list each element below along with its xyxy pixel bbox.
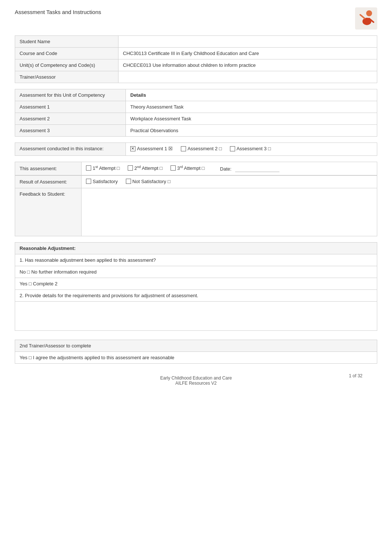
assessment-conducted-row: Assessment conducted in this instance: A… [15,143,377,156]
ra-title: Reasonable Adjustment: [15,242,377,254]
footer-page: 1 of 32 [349,373,362,378]
info-row-3: Trainer/Assessor [15,71,377,83]
svg-point-1 [366,10,372,16]
info-row-1: Course and CodeCHC30113 Certificate III … [15,48,377,59]
assessment-value-3: Practical Observations [126,125,377,137]
info-value-0[interactable] [118,36,377,48]
assessment-label-1: Assessment 1 [15,101,126,113]
not-satisfactory-option[interactable]: Not Satisfactory □ [126,179,171,184]
feedback-label: Feedback to Student: [15,188,82,236]
info-value-1: CHC30113 Certificate III in Early Childh… [118,48,377,59]
not-satisfactory-checkbox[interactable] [126,179,131,184]
date-value [235,166,279,172]
info-label-0: Student Name [15,36,118,48]
assessment3-option[interactable]: Assessment 3 □ [230,146,271,151]
ra-question2: 2. Provide details for the requirements … [15,289,377,301]
info-label-2: Unit(s) of Competency and Code(s) [15,59,118,71]
assessment2-label: Assessment 2 □ [188,146,222,151]
assessment1-label: Assessment 1 ☒ [137,146,173,151]
attempt1-option[interactable]: 1st Attempt □ [86,165,120,171]
page-title: Assessment Tasks and Instructions [15,7,101,15]
assessment-row-2: Assessment 2Workplace Assessment Task [15,113,377,125]
assessment-value-0: Details [126,89,377,101]
result-row: Result of Assessment: Satisfactory Not S… [15,175,377,188]
footer-line2: AILFE Resources V2 [15,381,377,386]
page-footer: Early Childhood Education and Care AILFE… [15,375,377,386]
assessment1-option[interactable]: Assessment 1 ☒ [130,146,173,151]
assessment-conducted-label: Assessment conducted in this instance: [15,143,126,156]
assessment1-checkbox[interactable] [130,146,135,151]
assessment2-checkbox[interactable] [181,146,186,151]
attempt2-label: 2nd Attempt □ [134,165,162,171]
attempt-label: This assessment: [15,162,82,175]
result-options: Satisfactory Not Satisfactory □ [82,175,377,188]
info-table: Student NameCourse and CodeCHC30113 Cert… [15,35,377,83]
assessment2-option[interactable]: Assessment 2 □ [181,146,222,151]
not-satisfactory-label: Not Satisfactory □ [133,179,171,184]
ra-yes-option: Yes □ Complete 2 [15,278,377,289]
attempt1-label: 1st Attempt □ [93,165,120,171]
assessment-value-2: Workplace Assessment Task [126,113,377,125]
assessment-label-3: Assessment 3 [15,125,126,137]
reasonable-adjustment-section: Reasonable Adjustment: 1. Has reasonable… [15,242,377,331]
ra-no-option: No □ No further information required [15,266,377,278]
trainer-agree-row: Yes □ I agree the adjustments applied to… [15,351,377,364]
info-label-3: Trainer/Assessor [15,71,118,83]
attempt-table: This assessment: 1st Attempt □ 2nd Attem… [15,162,377,175]
assessment-label-0: Assessment for this Unit of Competency [15,89,126,101]
ra-question1: 1. Has reasonable adjustment been applie… [15,254,377,266]
assessment3-label: Assessment 3 □ [237,146,271,151]
attempt3-checkbox[interactable] [171,165,176,171]
assessment3-checkbox[interactable] [230,146,235,151]
info-label-1: Course and Code [15,48,118,59]
attempt3-label: 3rd Attempt □ [177,165,204,171]
attempt1-checkbox[interactable] [86,165,91,171]
satisfactory-option[interactable]: Satisfactory [86,179,118,184]
ra-details-area[interactable] [15,301,377,331]
info-row-2: Unit(s) of Competency and Code(s)CHCECE0… [15,59,377,71]
result-feedback-table: Result of Assessment: Satisfactory Not S… [15,175,377,237]
attempt-options: 1st Attempt □ 2nd Attempt □ 3rd Attempt … [82,162,377,175]
feedback-content[interactable] [82,188,377,236]
header-logo [355,7,377,30]
footer-line1: Early Childhood Education and Care [15,375,377,381]
attempt-row: This assessment: 1st Attempt □ 2nd Attem… [15,162,377,175]
assessment-conducted-table: Assessment conducted in this instance: A… [15,143,377,156]
attempt3-option[interactable]: 3rd Attempt □ [171,165,204,171]
feedback-row: Feedback to Student: [15,188,377,236]
attempt2-option[interactable]: 2nd Attempt □ [128,165,162,171]
assessment-label-2: Assessment 2 [15,113,126,125]
assessment-conducted-options: Assessment 1 ☒ Assessment 2 □ Assessment… [126,143,377,156]
assessment-row-1: Assessment 1Theory Assessment Task [15,101,377,113]
assessment-row-3: Assessment 3Practical Observations [15,125,377,137]
date-label: Date: [220,166,231,172]
info-value-2: CHCECE013 Use information about children… [118,59,377,71]
attempt2-checkbox[interactable] [128,165,133,171]
page-header: Assessment Tasks and Instructions [15,7,377,30]
result-label: Result of Assessment: [15,175,82,188]
assessment-row-0: Assessment for this Unit of CompetencyDe… [15,89,377,101]
info-row-0: Student Name [15,36,377,48]
trainer-title: 2nd Trainer/Assessor to complete [15,340,377,351]
assessment-value-1: Theory Assessment Task [126,101,377,113]
assessment-table: Assessment for this Unit of CompetencyDe… [15,89,377,137]
satisfactory-label: Satisfactory [93,179,118,184]
info-value-3[interactable] [118,71,377,83]
trainer-section: 2nd Trainer/Assessor to complete Yes □ I… [15,340,377,364]
satisfactory-checkbox[interactable] [86,179,91,184]
